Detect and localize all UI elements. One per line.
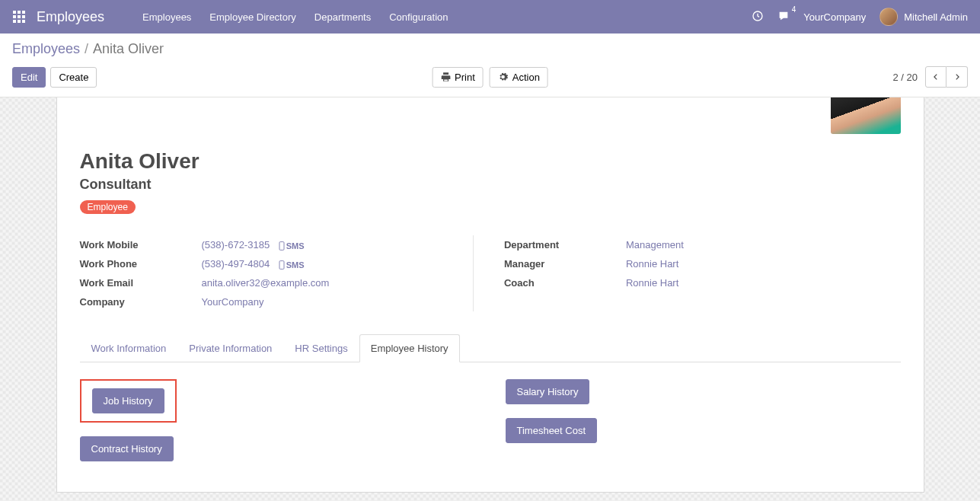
phone-icon <box>279 260 285 270</box>
actions-row: Edit Create Print Action 2 / 20 <box>12 66 968 88</box>
nav-right: 4 YourCompany Mitchell Admin <box>752 8 968 26</box>
work-email-link[interactable]: anita.oliver32@example.com <box>194 277 458 289</box>
tab-employee-history[interactable]: Employee History <box>359 334 460 362</box>
pager-text: 2 / 20 <box>892 72 918 83</box>
breadcrumb-current: Anita Oliver <box>93 41 164 57</box>
department-label: Department <box>504 239 618 250</box>
action-button[interactable]: Action <box>490 67 548 88</box>
job-history-button[interactable]: Job History <box>92 388 164 413</box>
history-col-right: Salary History Timesheet Cost <box>506 379 901 461</box>
coach-link[interactable]: Ronnie Hart <box>618 277 901 289</box>
salary-history-button[interactable]: Salary History <box>506 379 590 404</box>
work-email-label: Work Email <box>80 277 194 289</box>
chevron-left-icon <box>932 73 940 81</box>
pager-next-button[interactable] <box>946 66 968 88</box>
gear-icon <box>498 72 509 82</box>
create-button[interactable]: Create <box>50 67 97 88</box>
nav-menu-configuration[interactable]: Configuration <box>389 11 448 23</box>
field-department: Department Management <box>504 235 901 254</box>
nav-company[interactable]: YourCompany <box>803 11 866 23</box>
edit-button[interactable]: Edit <box>12 67 46 88</box>
fields-grid: Work Mobile (538)-672-3185 SMS Work Phon… <box>80 235 901 311</box>
employee-photo[interactable] <box>831 97 901 134</box>
svg-rect-4 <box>18 15 21 18</box>
svg-rect-5 <box>22 15 25 18</box>
tab-hr-settings[interactable]: HR Settings <box>283 334 359 362</box>
form-sheet: Anita Oliver Consultant Employee Work Mo… <box>56 97 924 493</box>
work-mobile-value: (538)-672-3185 SMS <box>194 239 458 250</box>
control-bar: Employees / Anita Oliver Edit Create Pri… <box>0 34 980 97</box>
nav-brand[interactable]: Employees <box>37 9 104 25</box>
chevron-right-icon <box>953 73 961 81</box>
nav-user-name: Mitchell Admin <box>904 11 968 23</box>
history-grid: Job History Contract History Salary Hist… <box>80 379 901 461</box>
field-coach: Coach Ronnie Hart <box>504 273 901 292</box>
employee-tag: Employee <box>80 200 136 214</box>
nav-menu-departments[interactable]: Departments <box>314 11 371 23</box>
nav-menu-employees[interactable]: Employees <box>142 11 191 23</box>
employee-name: Anita Oliver <box>80 149 901 174</box>
work-phone-value: (538)-497-4804 SMS <box>194 258 458 270</box>
top-navbar: Employees Employees Employee Directory D… <box>0 0 980 34</box>
page-body: Anita Oliver Consultant Employee Work Mo… <box>0 97 980 501</box>
nav-user[interactable]: Mitchell Admin <box>879 8 968 26</box>
svg-rect-6 <box>13 20 16 23</box>
svg-rect-1 <box>18 11 21 14</box>
fields-left: Work Mobile (538)-672-3185 SMS Work Phon… <box>80 235 474 311</box>
pager-prev-button[interactable] <box>925 66 946 88</box>
svg-rect-2 <box>22 11 25 14</box>
field-work-email: Work Email anita.oliver32@example.com <box>80 273 458 292</box>
print-icon <box>440 72 451 82</box>
svg-rect-3 <box>13 15 16 18</box>
apps-icon[interactable] <box>12 10 26 24</box>
contract-history-button[interactable]: Contract History <box>80 436 174 461</box>
pager-nav <box>925 66 968 88</box>
tab-private-information[interactable]: Private Information <box>177 334 283 362</box>
user-avatar-icon <box>879 8 898 26</box>
breadcrumb: Employees / Anita Oliver <box>12 41 968 57</box>
field-manager: Manager Ronnie Hart <box>504 254 901 273</box>
fields-right: Department Management Manager Ronnie Har… <box>504 235 901 311</box>
breadcrumb-root[interactable]: Employees <box>12 41 80 57</box>
svg-rect-7 <box>18 20 21 23</box>
messages-icon[interactable]: 4 <box>777 10 790 24</box>
phone-icon <box>279 241 285 250</box>
manager-link[interactable]: Ronnie Hart <box>618 258 901 270</box>
job-history-highlight: Job History <box>80 379 177 423</box>
messages-badge: 4 <box>792 5 796 14</box>
sms-button-mobile[interactable]: SMS <box>279 241 305 250</box>
nav-menu: Employees Employee Directory Departments… <box>142 11 752 23</box>
company-link[interactable]: YourCompany <box>194 296 458 308</box>
company-label: Company <box>80 296 194 308</box>
clock-icon[interactable] <box>752 10 764 24</box>
action-label: Action <box>512 72 540 83</box>
manager-label: Manager <box>504 258 618 270</box>
work-mobile-label: Work Mobile <box>80 239 194 250</box>
nav-menu-directory[interactable]: Employee Directory <box>209 11 295 23</box>
field-company: Company YourCompany <box>80 292 458 311</box>
print-button[interactable]: Print <box>432 67 484 88</box>
svg-rect-11 <box>279 260 284 269</box>
svg-rect-10 <box>279 241 284 250</box>
history-col-left: Job History Contract History <box>80 379 475 461</box>
employee-job-title: Consultant <box>80 177 901 193</box>
work-mobile-link[interactable]: (538)-672-3185 <box>202 239 270 250</box>
tab-work-information[interactable]: Work Information <box>80 334 178 362</box>
actions-left: Edit Create <box>12 67 97 88</box>
breadcrumb-sep: / <box>85 41 88 57</box>
department-link[interactable]: Management <box>618 239 901 250</box>
tabs: Work Information Private Information HR … <box>80 334 901 362</box>
work-phone-label: Work Phone <box>80 258 194 270</box>
timesheet-cost-button[interactable]: Timesheet Cost <box>506 418 598 443</box>
svg-rect-8 <box>22 20 25 23</box>
print-label: Print <box>455 72 475 83</box>
work-phone-link[interactable]: (538)-497-4804 <box>202 258 270 270</box>
actions-center: Print Action <box>432 67 548 88</box>
actions-right: 2 / 20 <box>892 66 968 88</box>
sms-button-phone[interactable]: SMS <box>279 260 305 270</box>
field-work-mobile: Work Mobile (538)-672-3185 SMS <box>80 235 458 254</box>
field-work-phone: Work Phone (538)-497-4804 SMS <box>80 254 458 273</box>
svg-rect-0 <box>13 11 16 14</box>
coach-label: Coach <box>504 277 618 289</box>
